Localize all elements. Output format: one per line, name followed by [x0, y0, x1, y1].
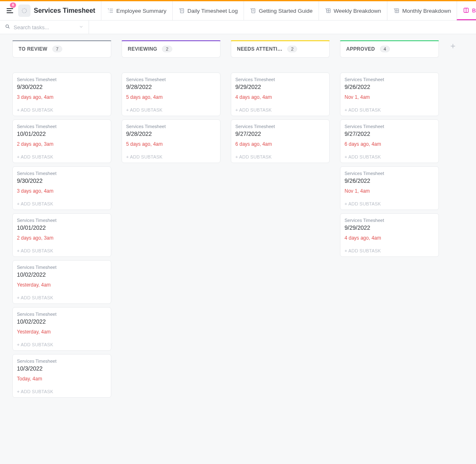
svg-rect-1	[180, 9, 183, 13]
column-header[interactable]: APPROVED4	[340, 41, 439, 58]
task-card[interactable]: Services Timesheet10/01/20222 days ago, …	[12, 213, 111, 257]
card-due-date: 6 days ago, 4am	[235, 141, 325, 147]
card-due-date: 4 days ago, 4am	[235, 94, 325, 100]
toolbar	[0, 21, 476, 34]
card-due-date: 5 days ago, 4am	[126, 94, 216, 100]
card-title: 9/26/2022	[345, 177, 434, 184]
add-subtask-button[interactable]: + ADD SUBTASK	[345, 154, 434, 159]
card-project-label: Services Timesheet	[17, 218, 107, 223]
card-title: 10/01/2022	[17, 131, 107, 137]
tab-label: Employee Summary	[116, 8, 166, 14]
task-card[interactable]: Services Timesheet10/02/2022Yesterday, 4…	[12, 307, 111, 351]
add-subtask-button[interactable]: + ADD SUBTASK	[17, 107, 107, 112]
svg-point-0	[22, 9, 27, 13]
card-project-label: Services Timesheet	[17, 171, 107, 176]
task-card[interactable]: Services Timesheet10/02/2022Yesterday, 4…	[12, 260, 111, 304]
card-title: 9/27/2022	[345, 131, 434, 137]
card-title: 10/02/2022	[17, 318, 107, 325]
add-subtask-button[interactable]: + ADD SUBTASK	[17, 295, 107, 300]
card-due-date: 6 days ago, 4am	[345, 141, 434, 147]
add-subtask-button[interactable]: + ADD SUBTASK	[126, 154, 216, 159]
card-title: 9/30/2022	[17, 84, 107, 90]
card-title: 9/30/2022	[17, 177, 107, 184]
column-header[interactable]: TO REVIEW7	[12, 41, 111, 58]
board-column-approved: APPROVED4Services Timesheet9/26/2022Nov …	[340, 41, 439, 257]
add-column-button[interactable]	[449, 41, 457, 51]
card-due-date: 5 days ago, 4am	[126, 141, 216, 147]
task-card[interactable]: Services Timesheet10/01/20222 days ago, …	[12, 119, 111, 163]
task-card[interactable]: Services Timesheet9/29/20224 days ago, 4…	[340, 213, 439, 257]
card-title: 9/29/2022	[235, 84, 325, 90]
card-project-label: Services Timesheet	[345, 124, 434, 129]
sidebar-toggle-button[interactable]: 8	[4, 5, 16, 16]
add-subtask-button[interactable]: + ADD SUBTASK	[17, 389, 107, 394]
tab-employee-summary[interactable]: Employee Summary	[101, 1, 172, 20]
card-title: 9/28/2022	[126, 131, 216, 137]
project-chip[interactable]: Services Timesheet	[18, 5, 95, 17]
column-count-badge: 7	[52, 46, 62, 52]
card-project-label: Services Timesheet	[17, 265, 107, 270]
card-due-date: 3 days ago, 4am	[17, 94, 107, 100]
add-subtask-button[interactable]: + ADD SUBTASK	[17, 201, 107, 206]
add-subtask-button[interactable]: + ADD SUBTASK	[345, 107, 434, 112]
column-cards: Services Timesheet9/28/20225 days ago, 4…	[122, 72, 220, 163]
chevron-down-icon[interactable]	[79, 24, 84, 30]
tab-daily-timesheet-log[interactable]: Daily Timesheet Log	[172, 1, 244, 20]
search-input[interactable]	[14, 24, 75, 30]
task-card[interactable]: Services Timesheet9/26/2022Nov 1, 4am+ A…	[340, 72, 439, 116]
project-loading-icon	[18, 5, 30, 17]
add-subtask-button[interactable]: + ADD SUBTASK	[126, 107, 216, 112]
card-project-label: Services Timesheet	[235, 124, 325, 129]
tab-label: Board	[472, 7, 476, 14]
tab-board[interactable]: Board	[457, 1, 476, 20]
task-card[interactable]: Services Timesheet9/27/20226 days ago, 4…	[231, 119, 330, 163]
card-title: 10/3/2022	[17, 365, 107, 372]
task-card[interactable]: Services Timesheet9/28/20225 days ago, 4…	[122, 119, 220, 163]
card-due-date: 2 days ago, 3am	[17, 235, 107, 241]
tab-getting-started-guide[interactable]: Getting Started Guide	[244, 1, 319, 20]
board-column-to-review: TO REVIEW7Services Timesheet9/30/20223 d…	[12, 41, 111, 398]
card-project-label: Services Timesheet	[345, 77, 434, 82]
svg-point-6	[6, 25, 9, 27]
doc-icon	[250, 7, 256, 14]
card-project-label: Services Timesheet	[126, 124, 216, 129]
task-card[interactable]: Services Timesheet10/3/2022Today, 4am+ A…	[12, 354, 111, 398]
add-subtask-button[interactable]: + ADD SUBTASK	[235, 154, 325, 159]
list-icon	[107, 7, 114, 14]
tab-weekly-breakdown[interactable]: Weekly Breakdown	[319, 1, 387, 20]
card-project-label: Services Timesheet	[17, 312, 107, 317]
card-due-date: Today, 4am	[17, 376, 107, 382]
card-project-label: Services Timesheet	[126, 77, 216, 82]
tab-monthly-breakdown[interactable]: Monthly Breakdown	[387, 1, 457, 20]
task-card[interactable]: Services Timesheet9/30/20223 days ago, 4…	[12, 166, 111, 210]
search-wrap[interactable]	[5, 21, 89, 34]
task-card[interactable]: Services Timesheet9/26/2022Nov 1, 4am+ A…	[340, 166, 439, 210]
board-column-needs-attention: NEEDS ATTENTI…2Services Timesheet9/29/20…	[231, 41, 330, 163]
task-card[interactable]: Services Timesheet9/30/20223 days ago, 4…	[12, 72, 111, 116]
column-cards: Services Timesheet9/29/20224 days ago, 4…	[231, 72, 330, 163]
board-icon	[463, 7, 469, 14]
add-subtask-button[interactable]: + ADD SUBTASK	[345, 201, 434, 206]
add-subtask-button[interactable]: + ADD SUBTASK	[17, 342, 107, 347]
hamburger-icon	[7, 8, 13, 13]
add-subtask-button[interactable]: + ADD SUBTASK	[345, 248, 434, 253]
column-count-badge: 2	[162, 46, 172, 52]
task-card[interactable]: Services Timesheet9/27/20226 days ago, 4…	[340, 119, 439, 163]
add-subtask-button[interactable]: + ADD SUBTASK	[17, 248, 107, 253]
card-due-date: Yesterday, 4am	[17, 329, 107, 335]
card-due-date: 4 days ago, 4am	[345, 235, 434, 241]
add-subtask-button[interactable]: + ADD SUBTASK	[17, 154, 107, 159]
grid-icon	[393, 7, 400, 14]
card-due-date: Nov 1, 4am	[345, 94, 434, 100]
column-name: APPROVED	[346, 46, 375, 52]
column-header[interactable]: REVIEWING2	[122, 41, 220, 58]
task-card[interactable]: Services Timesheet9/29/20224 days ago, 4…	[231, 72, 330, 116]
add-subtask-button[interactable]: + ADD SUBTASK	[235, 107, 325, 112]
search-icon	[5, 24, 10, 30]
column-cards: Services Timesheet9/26/2022Nov 1, 4am+ A…	[340, 72, 439, 257]
column-count-badge: 4	[380, 46, 390, 52]
column-name: REVIEWING	[128, 46, 157, 52]
column-header[interactable]: NEEDS ATTENTI…2	[231, 41, 330, 58]
card-project-label: Services Timesheet	[17, 359, 107, 364]
task-card[interactable]: Services Timesheet9/28/20225 days ago, 4…	[122, 72, 220, 116]
